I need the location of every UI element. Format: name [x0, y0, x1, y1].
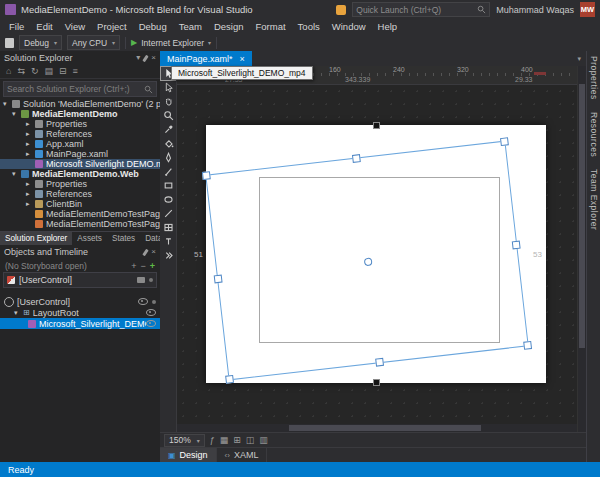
expander-icon[interactable]: ▸: [26, 140, 35, 148]
grid-tool-icon[interactable]: [161, 221, 175, 234]
menu-item-format[interactable]: Format: [250, 21, 292, 32]
object-item[interactable]: [UserControl]: [0, 296, 160, 307]
expander-icon[interactable]: ▾: [14, 309, 23, 317]
resize-handle-middle-left[interactable]: [214, 274, 223, 283]
tab-properties[interactable]: Properties: [589, 56, 599, 100]
resize-handle-bottom-middle[interactable]: [375, 358, 384, 367]
expander-icon[interactable]: ▸: [26, 150, 35, 158]
pin-icon[interactable]: [143, 54, 149, 61]
tab-assets[interactable]: Assets: [72, 232, 107, 245]
eye-icon[interactable]: [138, 298, 148, 305]
anchor-adorner[interactable]: [373, 379, 380, 386]
add-storyboard-icon[interactable]: +: [131, 261, 136, 271]
scrollbar-thumb[interactable]: [289, 425, 481, 431]
debug-config-dropdown[interactable]: Debug ▾: [19, 35, 62, 50]
resize-handle-bottom-right[interactable]: [523, 341, 532, 350]
tree-item[interactable]: ▾ MediaElementDemo.Web: [0, 169, 160, 179]
menu-item-team[interactable]: Team: [173, 21, 208, 32]
chevron-down-icon[interactable]: ▾: [136, 54, 140, 62]
effects-icon[interactable]: ƒ: [210, 435, 215, 445]
tab-team-explorer[interactable]: Team Explorer: [589, 169, 599, 230]
menu-item-help[interactable]: Help: [372, 21, 404, 32]
tree-item[interactable]: ▸ ClientBin: [0, 199, 160, 209]
assets-tool-icon[interactable]: [161, 249, 175, 262]
tree-item[interactable]: ▸ References: [0, 189, 160, 199]
design-canvas[interactable]: 51 53: [177, 85, 577, 424]
snap-grid-icon[interactable]: ⊞: [233, 435, 241, 445]
document-tab[interactable]: MainPage.xaml* ×: [160, 51, 252, 66]
anchor-adorner[interactable]: [373, 122, 380, 129]
search-input[interactable]: Search Solution Explorer (Ctrl+;): [3, 81, 157, 97]
run-button[interactable]: ▶ Internet Explorer ▾: [131, 38, 211, 48]
user-name[interactable]: Muhammad Waqas: [496, 5, 574, 15]
zoom-tool-icon[interactable]: [161, 109, 175, 122]
expander-icon[interactable]: ▸: [26, 200, 35, 208]
resize-handle-middle-right[interactable]: [512, 240, 521, 249]
scrollbar-thumb[interactable]: [579, 84, 585, 348]
paint-bucket-tool-icon[interactable]: [161, 137, 175, 150]
expander-icon[interactable]: ▸: [26, 120, 35, 128]
text-tool-icon[interactable]: [161, 235, 175, 248]
notifications-icon[interactable]: [336, 5, 346, 15]
expander-icon[interactable]: ▾: [12, 110, 21, 118]
close-icon[interactable]: ×: [240, 54, 245, 64]
tree-item[interactable]: ▸ References: [0, 129, 160, 139]
sync-icon[interactable]: ⇆: [17, 67, 25, 76]
eye-icon[interactable]: [146, 320, 156, 327]
menu-item-window[interactable]: Window: [326, 21, 372, 32]
ruler-toggle-icon[interactable]: ▥: [259, 435, 268, 445]
menu-item-design[interactable]: Design: [208, 21, 250, 32]
tab-design[interactable]: ▣ Design: [160, 448, 217, 462]
rotation-center-handle[interactable]: [364, 257, 373, 266]
expander-icon[interactable]: ▾: [12, 170, 21, 178]
selection-rectangle[interactable]: [205, 141, 528, 381]
show-grid-icon[interactable]: ▦: [220, 435, 229, 445]
tree-item[interactable]: ▸ MainPage.xaml: [0, 149, 160, 159]
menu-item-file[interactable]: File: [3, 21, 30, 32]
direct-selection-tool-icon[interactable]: [161, 81, 175, 94]
pin-icon[interactable]: [143, 248, 149, 255]
menu-item-view[interactable]: View: [59, 21, 91, 32]
expander-icon[interactable]: ▸: [26, 190, 35, 198]
remove-storyboard-icon[interactable]: −: [140, 261, 145, 271]
line-tool-icon[interactable]: [161, 207, 175, 220]
user-avatar[interactable]: MW: [580, 2, 595, 17]
tab-xaml[interactable]: ‹› XAML: [217, 448, 268, 462]
tab-resources[interactable]: Resources: [589, 112, 599, 157]
tab-states[interactable]: States: [107, 232, 140, 245]
new-storyboard-icon[interactable]: +: [150, 261, 155, 271]
tree-item[interactable]: MediaElementDemoTestPage.as: [0, 209, 160, 219]
pan-tool-icon[interactable]: [161, 95, 175, 108]
object-item-selected[interactable]: Microsoft_Silverlight_DEMO_: [0, 318, 160, 329]
menu-item-project[interactable]: Project: [91, 21, 133, 32]
tree-item[interactable]: ▾ MediaElementDemo: [0, 109, 160, 119]
horizontal-scrollbar[interactable]: [177, 424, 577, 432]
tab-list-chevron-icon[interactable]: ▾: [577, 51, 586, 66]
collapse-all-icon[interactable]: ⊟: [59, 67, 67, 76]
menu-item-debug[interactable]: Debug: [133, 21, 173, 32]
refresh-icon[interactable]: ↻: [31, 67, 39, 76]
tree-item[interactable]: ▸ Properties: [0, 179, 160, 189]
eyedropper-tool-icon[interactable]: [161, 123, 175, 136]
pen-tool-icon[interactable]: [161, 151, 175, 164]
expander-icon[interactable]: ▸: [26, 180, 35, 188]
expander-icon[interactable]: ▸: [26, 130, 35, 138]
tree-item[interactable]: ▾ Solution 'MediaElementDemo' (2 proje: [0, 99, 160, 109]
tree-item[interactable]: MediaElementDemoTestPage.ht: [0, 219, 160, 229]
resize-handle-top-middle[interactable]: [352, 154, 361, 163]
tree-item[interactable]: ▸ Properties: [0, 119, 160, 129]
resize-handle-top-left[interactable]: [202, 171, 211, 180]
object-item[interactable]: ▾ ⊞ LayoutRoot: [0, 307, 160, 318]
close-icon[interactable]: ×: [151, 54, 156, 62]
new-document-icon[interactable]: [5, 38, 14, 48]
camera-icon[interactable]: [137, 277, 145, 283]
tab-solution-explorer[interactable]: Solution Explorer: [0, 232, 72, 245]
vertical-scrollbar[interactable]: [577, 66, 586, 432]
close-icon[interactable]: ×: [151, 248, 156, 256]
zoom-level-dropdown[interactable]: 150% ▾: [164, 434, 205, 447]
properties-icon[interactable]: ≡: [73, 67, 78, 76]
rectangle-tool-icon[interactable]: [161, 179, 175, 192]
menu-item-edit[interactable]: Edit: [30, 21, 58, 32]
show-all-files-icon[interactable]: ▤: [45, 67, 54, 76]
pencil-tool-icon[interactable]: [161, 165, 175, 178]
